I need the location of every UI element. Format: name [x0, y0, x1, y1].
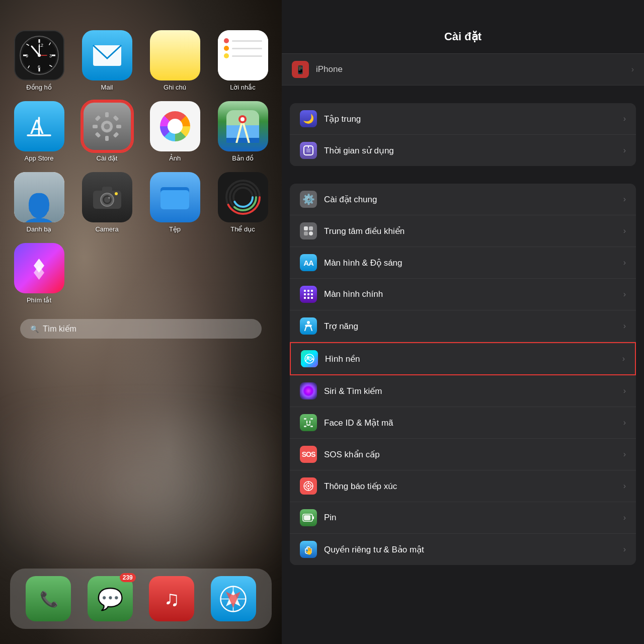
peek-chevron: › [631, 65, 634, 74]
camera-app-icon[interactable] [82, 172, 132, 222]
settings-row-general[interactable]: ⚙️ Cài đặt chung › [290, 184, 636, 215]
sos-chevron: › [623, 450, 626, 459]
files-app-icon[interactable] [150, 172, 200, 222]
svg-rect-34 [226, 138, 259, 143]
svg-rect-28 [95, 115, 101, 121]
app-item-fitness[interactable]: Thể dục [214, 172, 272, 233]
settings-row-privacy[interactable]: 🤚 Quyền riêng tư & Bảo mật › [290, 534, 636, 565]
faceid-icon [300, 414, 317, 431]
battery-icon [300, 509, 317, 526]
app-item-maps[interactable]: Bản đồ [214, 101, 272, 162]
svg-point-78 [307, 356, 309, 359]
homescreen-chevron: › [623, 290, 626, 299]
control-chevron: › [623, 226, 626, 235]
dock-music[interactable]: ♫ [149, 576, 194, 621]
settings-row-screentime[interactable]: Thời gian sử dụng › [290, 135, 636, 166]
svg-rect-27 [116, 125, 121, 128]
display-chevron: › [623, 258, 626, 267]
settings-row-wallpaper[interactable]: Hình nền › [290, 342, 636, 375]
mail-app-icon[interactable] [82, 30, 132, 80]
appstore-app-label: App Store [25, 154, 54, 162]
app-item-photos[interactable]: Ảnh [146, 101, 204, 162]
control-icon [300, 222, 317, 239]
maps-app-icon[interactable] [218, 101, 268, 151]
svg-text:🤚: 🤚 [305, 547, 314, 555]
accessibility-chevron: › [623, 321, 626, 331]
svg-point-87 [307, 485, 309, 487]
app-grid: 12 3 6 9 Đồng hồ Mail [10, 30, 272, 304]
sos-label: SOS khẩn cấp [324, 449, 623, 460]
contacts-app-label: Danh bạ [27, 225, 52, 233]
accessibility-label: Trợ năng [324, 321, 623, 332]
settings-row-focus[interactable]: 🌙 Tập trung › [290, 103, 636, 135]
app-item-settings[interactable]: Cài đặt [78, 101, 136, 162]
battery-chevron: › [623, 513, 626, 522]
top-peek-row[interactable]: 📱 iPhone › [282, 54, 644, 86]
settings-section-2: ⚙️ Cài đặt chung › Trung tâm điều khiển … [290, 184, 636, 565]
svg-rect-45 [160, 190, 189, 209]
notes-app-label: Ghi chú [164, 84, 186, 91]
appstore-app-icon[interactable]: A [14, 101, 64, 151]
wallpaper-label: Hình nền [325, 354, 622, 364]
contacts-app-icon[interactable]: 👤 [14, 172, 64, 222]
settings-row-homescreen[interactable]: Màn hình chính › [290, 279, 636, 310]
svg-rect-82 [310, 426, 313, 427]
privacy-chevron: › [623, 545, 626, 554]
shortcuts-app-icon[interactable] [14, 243, 64, 293]
svg-rect-80 [310, 418, 313, 420]
settings-row-accessibility[interactable]: Trợ năng › [290, 310, 636, 342]
settings-row-display[interactable]: AA Màn hình & Độ sáng › [290, 247, 636, 279]
settings-row-control[interactable]: Trung tâm điều khiển › [290, 215, 636, 247]
svg-rect-38 [102, 187, 112, 193]
svg-rect-94 [304, 515, 310, 520]
settings-app-icon[interactable] [82, 101, 132, 151]
focus-chevron: › [623, 114, 626, 123]
svg-text:12: 12 [38, 43, 43, 48]
app-item-notes[interactable]: Ghi chú [146, 30, 204, 91]
photos-app-label: Ảnh [169, 154, 181, 162]
app-item-camera[interactable]: Camera [78, 172, 136, 233]
app-item-reminders[interactable]: Lời nhắc [214, 30, 272, 91]
homescreen-icon [300, 286, 317, 303]
svg-rect-71 [304, 297, 306, 299]
faceid-label: Face ID & Mật mã [324, 418, 623, 428]
app-item-appstore[interactable]: A App Store [10, 101, 68, 162]
photos-app-icon[interactable] [150, 101, 200, 151]
dock-messages[interactable]: 💬 239 [88, 576, 133, 621]
settings-row-siri[interactable]: Siri & Tìm kiếm › [290, 375, 636, 407]
display-icon: AA [300, 254, 317, 271]
reminders-app-label: Lời nhắc [230, 84, 256, 91]
settings-row-sos[interactable]: SOS SOS khẩn cấp › [290, 439, 636, 470]
settings-row-battery[interactable]: Pin › [290, 502, 636, 534]
svg-rect-26 [93, 125, 98, 128]
svg-rect-24 [105, 112, 109, 117]
messages-badge: 239 [120, 573, 136, 582]
fitness-app-icon[interactable] [218, 172, 268, 222]
svg-rect-67 [311, 290, 313, 292]
settings-app-label: Cài đặt [97, 154, 118, 162]
app-item-contacts[interactable]: 👤 Danh bạ [10, 172, 68, 233]
settings-header: Cài đặt [282, 0, 644, 54]
clock-app-icon[interactable]: 12 3 6 9 [14, 30, 64, 80]
reminders-app-icon[interactable] [218, 30, 268, 80]
dock-phone[interactable]: 📞 [26, 576, 71, 621]
settings-row-exposure[interactable]: Thông báo tiếp xúc › [290, 470, 636, 502]
app-item-mail[interactable]: Mail [78, 30, 136, 91]
screentime-chevron: › [623, 146, 626, 155]
focus-label: Tập trung [324, 114, 623, 124]
homescreen-label: Màn hình chính [324, 289, 623, 299]
screentime-icon [300, 142, 317, 159]
app-item-shortcuts[interactable]: Phím tắt [10, 243, 68, 304]
siri-label: Siri & Tìm kiếm [324, 386, 623, 396]
search-bar[interactable]: 🔍 Tìm kiếm [20, 319, 262, 339]
dock-safari[interactable] [211, 576, 256, 621]
settings-row-faceid[interactable]: Face ID & Mật mã › [290, 407, 636, 439]
files-app-label: Tệp [169, 225, 181, 233]
app-item-clock[interactable]: 12 3 6 9 Đồng hồ [10, 30, 68, 91]
svg-rect-72 [307, 297, 309, 299]
notes-app-icon[interactable] [150, 30, 200, 80]
svg-rect-30 [95, 131, 101, 137]
general-icon: ⚙️ [300, 191, 317, 208]
app-item-files[interactable]: Tệp [146, 172, 204, 233]
svg-line-76 [311, 328, 312, 331]
